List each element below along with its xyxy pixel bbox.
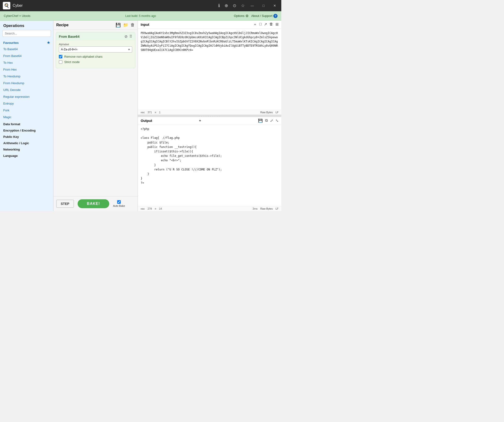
recipe-card-from-base64: From Base64 ⊘ ⠿ Alphabet A-Za-z0-9+/=A-Z… — [56, 32, 135, 68]
favourites-label: Favourites — [3, 41, 19, 45]
play-icon[interactable]: ⊙ — [233, 3, 236, 8]
category-arithmetic-logic[interactable]: Arithmetic / Logic — [0, 139, 53, 146]
alphabet-select[interactable]: A-Za-z0-9+/=A-Za-z0-9-_=Standard (RFC 46… — [59, 46, 132, 53]
sidebar-item-from-hexdump[interactable]: From Hexdump — [0, 80, 53, 86]
auto-bake-checkbox[interactable] — [117, 200, 121, 204]
star-icon: ★ — [47, 41, 50, 45]
favourites-section[interactable]: Favourites ★ — [0, 39, 53, 46]
sidebar-item-fork[interactable]: Fork — [0, 107, 53, 114]
app-title: Cyber — [13, 4, 218, 8]
output-line-ending[interactable]: LF — [276, 207, 278, 210]
output-line-count: 14 — [159, 207, 162, 210]
fullscreen-output-icon[interactable]: ⤡ — [276, 118, 278, 123]
output-line-label: ≡ — [155, 207, 156, 210]
input-area: Input ＋ □ ↗ 🗑 ⊞ PD9waHAgIAoKY2xhc3MgRmxh… — [138, 21, 281, 115]
delete-recipe-icon[interactable]: 🗑 — [131, 23, 135, 28]
tab-actions: Options ⚙ About / Support ? — [209, 14, 277, 18]
output-time: 3ms — [253, 207, 258, 210]
magic-wand-icon[interactable]: ✦ — [198, 119, 202, 123]
gear-icon: ⚙ — [246, 14, 248, 18]
help-icon: ? — [273, 14, 277, 18]
remove-nonalpha-checkbox[interactable] — [59, 55, 62, 58]
zoom-icon[interactable]: ⊕ — [225, 3, 228, 8]
input-textarea[interactable]: PD9waHAgIAoKY2xhc3MgRmxhZ3Z3sgIC8vZmxhZy… — [138, 29, 281, 110]
recipe-panel: Recipe 💾 📁 🗑 From Base64 ⊘ ⠿ Alphabet A-… — [54, 21, 138, 211]
strict-mode-label[interactable]: Strict mode — [64, 60, 80, 64]
open-recipe-icon[interactable]: 📁 — [123, 23, 128, 28]
output-content: <?php class Flag{ //flag.php public $fil… — [138, 125, 281, 206]
sidebar-item-entropy[interactable]: Entropy — [0, 100, 53, 107]
copy-output-icon[interactable]: ⧉ — [265, 118, 268, 123]
input-toolbar: ＋ □ ↗ 🗑 ⊞ — [253, 22, 278, 27]
remove-nonalpha-label[interactable]: Remove non-alphabet chars — [64, 55, 102, 58]
panel-resize-handle[interactable]: · · · · · · · · · · — [138, 115, 281, 117]
sidebar-item-to-hexdump[interactable]: To Hexdump — [0, 73, 53, 80]
close-button[interactable]: ✕ — [271, 2, 278, 9]
save-recipe-icon[interactable]: 💾 — [116, 23, 121, 28]
send-output-icon[interactable]: ⤢ — [270, 118, 273, 123]
save-output-icon[interactable]: 💾 — [258, 118, 263, 123]
about-label: About / Support — [251, 14, 272, 18]
output-area: Output ✦ 💾 ⧉ ⤢ ⤡ <?php class Flag{ //fla… — [138, 117, 281, 211]
input-line-label: ≡ — [155, 111, 156, 114]
category-data-format[interactable]: Data format — [0, 121, 53, 127]
main-layout: Operations Favourites ★ To Base64 From B… — [0, 21, 281, 211]
tab-label[interactable]: CyberChef × Utools — [4, 14, 72, 18]
disable-step-icon[interactable]: ⊘ — [125, 34, 127, 39]
sidebar-item-to-hex[interactable]: To Hex — [0, 59, 53, 66]
info-icon[interactable]: ℹ — [218, 3, 220, 8]
options-label: Options — [234, 14, 245, 18]
input-footer: нас 371 ≡ 1 Raw Bytes LF — [138, 110, 281, 115]
about-support-button[interactable]: About / Support ? — [251, 14, 277, 18]
app-icon: 🍳 — [3, 2, 10, 9]
maximize-button[interactable]: □ — [260, 2, 267, 9]
output-footer: нас 278 ≡ 14 3ms Raw Bytes LF — [138, 206, 281, 211]
recipe-toolbar: 💾 📁 🗑 — [116, 23, 135, 28]
input-rec-count: 371 — [148, 111, 152, 114]
sidebar-list: Favourites ★ To Base64 From Base64 To He… — [0, 39, 53, 211]
recipe-card-header: From Base64 ⊘ ⠿ — [56, 32, 135, 41]
auto-bake-label[interactable]: Auto Bake — [113, 205, 125, 207]
input-layout-icon[interactable]: □ — [259, 22, 262, 27]
input-header: Input ＋ □ ↗ 🗑 ⊞ — [138, 21, 281, 29]
alphabet-label: Alphabet — [59, 43, 132, 46]
sidebar-item-from-hex[interactable]: From Hex — [0, 66, 53, 73]
tabbar: CyberChef × Utools Last build: 5 months … — [0, 11, 281, 21]
category-public-key[interactable]: Public Key — [0, 133, 53, 139]
drag-handle-icon[interactable]: ⠿ — [129, 34, 132, 39]
category-networking[interactable]: Networking — [0, 146, 53, 152]
add-input-icon[interactable]: ＋ — [253, 22, 257, 27]
input-title: Input — [141, 23, 253, 26]
output-header: Output ✦ 💾 ⧉ ⤢ ⤡ — [138, 117, 281, 125]
sidebar-item-magic[interactable]: Magic — [0, 114, 53, 121]
input-grid-icon[interactable]: ⊞ — [276, 22, 278, 27]
bake-button[interactable]: BAKE! — [78, 199, 109, 208]
search-input[interactable] — [2, 30, 51, 37]
category-encryption-encoding[interactable]: Encryption / Encoding — [0, 127, 53, 133]
titlebar-icons: ℹ ⊕ ⊙ ☆ — [218, 3, 245, 8]
bake-area: STEP BAKE! Auto Bake — [54, 196, 138, 211]
input-rec-label: нас — [141, 111, 145, 114]
sidebar-item-regex[interactable]: Regular expression — [0, 93, 53, 100]
recipe-card-icons: ⊘ ⠿ — [125, 34, 132, 39]
sidebar-item-url-decode[interactable]: URL Decode — [0, 86, 53, 93]
sidebar-item-to-base64[interactable]: To Base64 — [0, 46, 53, 53]
category-language[interactable]: Language — [0, 152, 53, 158]
input-send-icon[interactable]: ↗ — [264, 22, 267, 27]
sidebar: Operations Favourites ★ To Base64 From B… — [0, 21, 54, 211]
input-format[interactable]: Raw Bytes — [260, 111, 273, 114]
clear-input-icon[interactable]: 🗑 — [269, 22, 273, 27]
options-button[interactable]: Options ⚙ — [234, 14, 248, 18]
io-panel: Input ＋ □ ↗ 🗑 ⊞ PD9waHAgIAoKY2xhc3MgRmxh… — [138, 21, 281, 211]
strict-mode-checkbox[interactable] — [59, 60, 62, 64]
star-icon[interactable]: ☆ — [241, 3, 245, 8]
output-toolbar: 💾 ⧉ ⤢ ⤡ — [258, 118, 278, 123]
sidebar-item-from-base64[interactable]: From Base64 — [0, 53, 53, 59]
alphabet-select-wrap: A-Za-z0-9+/=A-Za-z0-9-_=Standard (RFC 46… — [59, 46, 132, 53]
input-line-ending[interactable]: LF — [276, 111, 278, 114]
output-format[interactable]: Raw Bytes — [260, 207, 273, 210]
remove-nonalpha-checkbox-wrap: Remove non-alphabet chars — [59, 55, 132, 58]
window-controls: — □ ✕ — [248, 2, 278, 9]
step-button[interactable]: STEP — [56, 200, 74, 208]
minimize-button[interactable]: — — [248, 2, 256, 9]
